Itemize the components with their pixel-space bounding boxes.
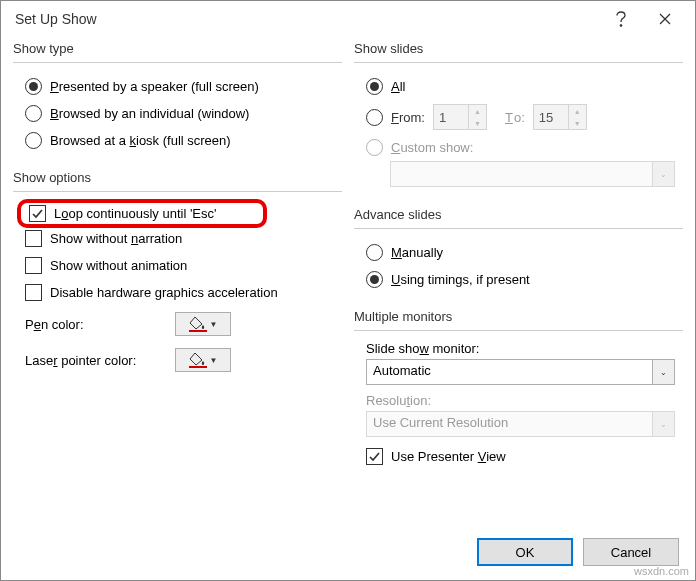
show-options-header: Show options <box>13 170 342 192</box>
to-input[interactable] <box>534 105 568 129</box>
advance-slides-group: Advance slides Manually Using timings, i… <box>354 207 683 293</box>
fill-icon <box>189 316 207 332</box>
radio-slides-from[interactable]: From: <box>366 109 425 126</box>
dropdown-value: Use Current Resolution <box>367 412 652 436</box>
monitors-header: Multiple monitors <box>354 309 683 331</box>
checkbox-label: Use Presenter View <box>391 449 506 464</box>
dialog-footer: OK Cancel <box>1 524 695 580</box>
radio-advance-manually[interactable]: Manually <box>354 239 683 266</box>
radio-slides-all[interactable]: All <box>354 73 683 100</box>
from-label: From: <box>391 110 425 125</box>
fill-icon <box>189 352 207 368</box>
custom-show-dropdown: ⌄ <box>390 161 675 187</box>
radio-icon <box>366 271 383 288</box>
radio-icon <box>366 78 383 95</box>
cancel-button[interactable]: Cancel <box>583 538 679 566</box>
resolution-dropdown: Use Current Resolution ⌄ <box>366 411 675 437</box>
monitor-label: Slide show monitor: <box>354 341 683 359</box>
to-label: T <box>505 110 513 125</box>
radio-label: Browsed at a kiosk (full screen) <box>50 133 231 148</box>
checkbox-label: Loop continuously until 'Esc' <box>54 206 217 221</box>
advance-header: Advance slides <box>354 207 683 229</box>
chevron-down-icon: ⌄ <box>652 162 674 186</box>
checkbox-icon <box>29 205 46 222</box>
checkbox-disable-gpu[interactable]: Disable hardware graphics acceleration <box>13 279 342 306</box>
pen-color-button[interactable]: ▼ <box>175 312 231 336</box>
checkbox-presenter-view[interactable]: Use Presenter View <box>354 443 683 470</box>
show-type-group: Show type Presented by a speaker (full s… <box>13 41 342 154</box>
radio-icon <box>366 139 383 156</box>
dialog-title: Set Up Show <box>15 11 599 27</box>
radio-label: Custom show: <box>391 140 473 155</box>
show-slides-header: Show slides <box>354 41 683 63</box>
right-column: Show slides All From: ▲▼ To: <box>354 41 683 480</box>
radio-label: Manually <box>391 245 443 260</box>
spin-down-icon[interactable]: ▼ <box>469 117 486 129</box>
help-button[interactable] <box>599 4 643 34</box>
checkbox-label: Show without narration <box>50 231 182 246</box>
radio-custom-show: Custom show: <box>354 134 683 161</box>
checkbox-no-animation[interactable]: Show without animation <box>13 252 342 279</box>
from-spinner[interactable]: ▲▼ <box>433 104 487 130</box>
watermark: wsxdn.com <box>634 565 689 577</box>
setup-show-dialog: Set Up Show Show type Presented by a spe… <box>0 0 696 581</box>
dropdown-value <box>391 162 652 186</box>
radio-browsed-individual[interactable]: Browsed by an individual (window) <box>13 100 342 127</box>
title-bar: Set Up Show <box>1 1 695 37</box>
chevron-down-icon: ▼ <box>210 356 218 365</box>
radio-label: Using timings, if present <box>391 272 530 287</box>
chevron-down-icon: ⌄ <box>652 412 674 436</box>
checkbox-icon <box>25 257 42 274</box>
monitor-dropdown[interactable]: Automatic ⌄ <box>366 359 675 385</box>
checkbox-no-narration[interactable]: Show without narration <box>13 225 342 252</box>
laser-color-button[interactable]: ▼ <box>175 348 231 372</box>
svg-point-0 <box>620 25 622 27</box>
checkbox-loop-continuously[interactable]: Loop continuously until 'Esc' <box>17 199 267 228</box>
radio-label: Browsed by an individual (window) <box>50 106 249 121</box>
radio-icon <box>366 109 383 126</box>
to-spinner[interactable]: ▲▼ <box>533 104 587 130</box>
radio-browsed-kiosk[interactable]: Browsed at a kiosk (full screen) <box>13 127 342 154</box>
spin-up-icon[interactable]: ▲ <box>469 105 486 117</box>
spin-up-icon[interactable]: ▲ <box>569 105 586 117</box>
checkbox-label: Show without animation <box>50 258 187 273</box>
monitors-group: Multiple monitors Slide show monitor: Au… <box>354 309 683 470</box>
radio-icon <box>366 244 383 261</box>
pen-color-label: Pen color: <box>25 317 165 332</box>
ok-button[interactable]: OK <box>477 538 573 566</box>
show-options-group: Show options Loop continuously until 'Es… <box>13 170 342 378</box>
radio-icon <box>25 78 42 95</box>
resolution-label: Resolution: <box>354 393 683 411</box>
radio-advance-timings[interactable]: Using timings, if present <box>354 266 683 293</box>
checkbox-icon <box>25 230 42 247</box>
radio-presenter-speaker[interactable]: Presented by a speaker (full screen) <box>13 73 342 100</box>
show-slides-group: Show slides All From: ▲▼ To: <box>354 41 683 191</box>
checkbox-label: Disable hardware graphics acceleration <box>50 285 278 300</box>
close-button[interactable] <box>643 4 687 34</box>
radio-icon <box>25 132 42 149</box>
show-type-header: Show type <box>13 41 342 63</box>
dropdown-value: Automatic <box>367 360 652 384</box>
radio-icon <box>25 105 42 122</box>
radio-label: All <box>391 79 405 94</box>
from-input[interactable] <box>434 105 468 129</box>
checkbox-icon <box>366 448 383 465</box>
laser-color-label: Laser pointer color: <box>25 353 165 368</box>
svg-rect-3 <box>189 330 207 332</box>
checkbox-icon <box>25 284 42 301</box>
svg-rect-4 <box>189 366 207 368</box>
radio-label: Presented by a speaker (full screen) <box>50 79 259 94</box>
spin-down-icon[interactable]: ▼ <box>569 117 586 129</box>
left-column: Show type Presented by a speaker (full s… <box>13 41 342 480</box>
chevron-down-icon: ⌄ <box>652 360 674 384</box>
chevron-down-icon: ▼ <box>210 320 218 329</box>
